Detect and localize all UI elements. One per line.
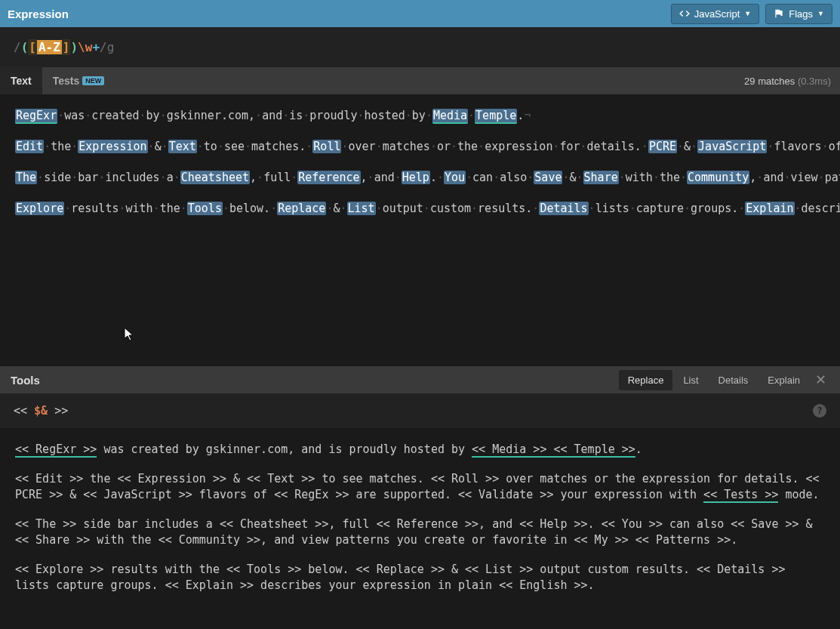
- regex-group-close: ): [70, 40, 78, 54]
- replace-input[interactable]: << $& >> ?: [0, 393, 840, 428]
- flags-label: Flags: [789, 8, 813, 20]
- regex-charclass-close: ]: [62, 39, 71, 55]
- text-paragraph: The·side·bar·includes·a·Cheatsheet,·full…: [15, 170, 825, 186]
- tools-tabs: Replace List Details Explain ✕: [619, 370, 831, 390]
- output-paragraph: << RegExr >> was created by gskinner.com…: [15, 442, 825, 458]
- tab-text[interactable]: Text: [0, 67, 42, 94]
- tools-bar: Tools Replace List Details Explain ✕: [0, 366, 840, 393]
- close-icon[interactable]: ✕: [811, 372, 831, 388]
- caret-down-icon: ▼: [744, 10, 751, 17]
- text-paragraph: Edit·the·Expression·&·Text·to·see·matche…: [15, 139, 825, 155]
- regex-range: A-Z: [37, 40, 62, 54]
- sample-text-area[interactable]: RegExr·was·created·by·gskinner.com,·and·…: [0, 94, 840, 366]
- text-paragraph: RegExr·was·created·by·gskinner.com,·and·…: [15, 108, 825, 124]
- cursor-icon: [124, 327, 136, 342]
- tool-tab-explain[interactable]: Explain: [758, 370, 809, 390]
- regex-flags: g: [107, 40, 115, 54]
- regex-charclass-open: [: [28, 39, 37, 55]
- expression-input[interactable]: / ( [ A-Z ] ) \w + / g: [0, 27, 840, 67]
- tab-tests[interactable]: Tests NEW: [42, 67, 115, 94]
- replace-pattern: << $& >>: [14, 404, 68, 418]
- output-paragraph: << Edit >> the << Expression >> & << Tex…: [15, 471, 825, 503]
- regex-escape: \w: [78, 40, 92, 54]
- flavor-label: JavaScript: [694, 8, 740, 20]
- regex-group-open: (: [21, 40, 29, 54]
- header-title: Expression: [8, 8, 69, 20]
- tool-tab-details[interactable]: Details: [709, 370, 758, 390]
- match-count: 29 matches (0.3ms): [744, 76, 831, 87]
- regex-delimiter-open: /: [14, 40, 21, 54]
- header-buttons: JavaScript ▼ Flags ▼: [671, 4, 832, 24]
- replace-output: << RegExr >> was created by gskinner.com…: [0, 428, 840, 609]
- expression-header: Expression JavaScript ▼ Flags ▼: [0, 0, 840, 27]
- caret-down-icon: ▼: [817, 10, 824, 17]
- tool-tab-replace[interactable]: Replace: [619, 370, 673, 390]
- output-paragraph: << Explore >> results with the << Tools …: [15, 562, 825, 594]
- tabs-left: Text Tests NEW: [0, 67, 115, 94]
- flags-button[interactable]: Flags ▼: [765, 4, 832, 24]
- code-icon: [679, 8, 690, 19]
- regex-quantifier: +: [92, 40, 100, 54]
- text-paragraph: Explore·results·with·the·Tools·below.·Re…: [15, 201, 825, 217]
- flavor-button[interactable]: JavaScript ▼: [671, 4, 760, 24]
- help-icon[interactable]: ?: [813, 404, 826, 418]
- new-badge: NEW: [82, 76, 104, 85]
- tools-title: Tools: [11, 374, 40, 387]
- regex-delimiter-close: /: [100, 40, 107, 54]
- text-tabs-bar: Text Tests NEW 29 matches (0.3ms): [0, 67, 840, 94]
- output-paragraph: << The >> side bar includes a << Cheatsh…: [15, 516, 825, 548]
- flag-icon: [774, 8, 784, 19]
- tool-tab-list[interactable]: List: [674, 370, 707, 390]
